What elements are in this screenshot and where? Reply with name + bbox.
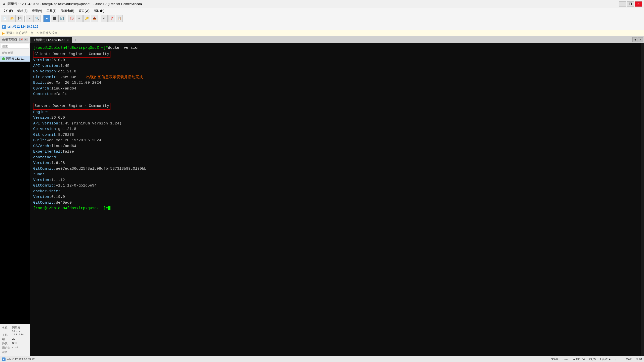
term-line-final-prompt: [root@iZbp1c8m4fd8sxirpxq0sqZ ~]# xyxy=(33,206,638,211)
menu-tabs[interactable]: 选项卡(B) xyxy=(59,8,76,14)
term-line-containerd-ver: Version: 1.6.28 xyxy=(33,160,638,166)
toolbar-cmd-btn[interactable]: ⌨ xyxy=(76,15,83,22)
term-val-server-api: 1.45 (minimum version 1.24) xyxy=(60,121,122,127)
status-left: ▶ ssh://112.124.10.63:22 xyxy=(2,357,35,361)
session-info-row-host: 主机 112.124.... xyxy=(2,333,28,337)
term-line-containerd-git: GitCommit: ae07eda36dd25f8a1b98dfbf58731… xyxy=(33,166,638,172)
term-key-experimental: Experimental: xyxy=(33,149,63,155)
sidebar-item-aliyun[interactable]: 阿里云 112.124.10.63 xyxy=(0,56,30,62)
terminal-scrollbar[interactable] xyxy=(641,43,644,356)
term-line-docker-init: docker-init: xyxy=(33,189,638,195)
term-val-experimental: false xyxy=(63,149,74,155)
toolbar-sep-2 xyxy=(42,16,42,22)
term-val-containerd-git: ae07eda36dd25f8a1b98dfbf587313b99c0190bb xyxy=(56,166,146,172)
tab-aliyun[interactable]: 1 阿里云 112.124.10.63 ✕ xyxy=(30,37,72,43)
term-blank-1 xyxy=(33,97,638,103)
session-info-row-user: 用户名 root xyxy=(2,346,28,350)
sidebar-section-label: 所有会话 xyxy=(2,51,13,54)
toolbar-sep-1 xyxy=(24,16,25,22)
term-key-containerd-git: GitCommit: xyxy=(33,166,56,172)
session-info-row-port: 端口 22 xyxy=(2,337,28,341)
session-label-desc: 说明 xyxy=(2,350,11,354)
term-line-version: Version: 26.0.0 xyxy=(33,58,638,63)
toolbar-group-nav: ⬅ 🔍 xyxy=(26,15,41,22)
term-val-git: 2ae903e xyxy=(60,75,76,79)
term-key-os: OS/Arch: xyxy=(33,86,51,92)
toolbar-open-btn[interactable]: 📂 xyxy=(9,15,16,22)
menu-tools[interactable]: 工具(T) xyxy=(45,8,58,14)
term-val-init-git: de40ad0 xyxy=(56,200,72,206)
term-key-containerd-ver: Version: xyxy=(33,160,51,166)
sidebar-close-btn[interactable]: ✕ xyxy=(24,38,28,41)
term-line-server-git: Git commit: 8b79278 xyxy=(33,132,638,138)
term-key-server-go: Go version: xyxy=(33,126,58,132)
term-key-engine: Engine: xyxy=(33,110,49,115)
minimize-button[interactable]: — xyxy=(619,1,626,7)
toolbar-extra-btn[interactable]: 📋 xyxy=(116,15,123,22)
term-line-runc-ver: Version: 1.1.12 xyxy=(33,177,638,183)
sidebar-pin-btn[interactable]: 📌 xyxy=(19,38,23,41)
toolbar-help-btn[interactable]: ❓ xyxy=(108,15,115,22)
term-val-version: 26.0.0 xyxy=(51,58,65,63)
session-label-user: 用户名 xyxy=(2,346,11,350)
toolbar-back-btn[interactable]: ⬅ xyxy=(26,15,33,22)
title-bar-controls: — ❐ ✕ xyxy=(619,1,642,7)
app-icon: 🖥 xyxy=(2,2,6,6)
toolbar-search-btn[interactable]: 🔍 xyxy=(33,15,41,22)
status-icon: ▶ xyxy=(2,357,6,361)
term-line-api: API version: 1.45 xyxy=(33,63,638,69)
term-line-context: Context: default xyxy=(33,92,638,97)
session-value-protocol: SSH xyxy=(12,342,17,345)
term-line-init-git: GitCommit: de40ad0 xyxy=(33,200,638,206)
menu-edit[interactable]: 编辑(E) xyxy=(15,8,29,14)
toolbar-save-btn[interactable]: 💾 xyxy=(16,15,23,22)
status-num: NUM xyxy=(636,358,642,361)
term-key-init-ver: Version: xyxy=(33,194,51,200)
toolbar-stop-btn[interactable]: 🚫 xyxy=(68,15,75,22)
toolbar-disconnect-btn[interactable]: ⬛ xyxy=(51,15,58,22)
sidebar-search-area xyxy=(0,43,30,50)
toolbar-connect-btn[interactable]: ▶ xyxy=(43,15,50,22)
toolbar-new-btn[interactable]: 📄 xyxy=(1,15,8,22)
sidebar-search-input[interactable] xyxy=(1,44,29,49)
term-line-git: Git commit: 2ae903e 出现如图信息表示安装并启动完成 xyxy=(33,75,638,80)
main-area: 会话管理器 📌 ✕ 所有会话 阿里云 112.124.10.63 名称 阿里云 xyxy=(0,36,644,356)
tab-nav-right[interactable]: ▶ xyxy=(638,37,643,42)
term-line-init-ver: Version: 0.19.0 xyxy=(33,194,638,200)
sidebar-container: 会话管理器 📌 ✕ 所有会话 阿里云 112.124.10.63 名称 阿里云 xyxy=(0,36,30,356)
menu-file[interactable]: 文件(F) xyxy=(1,8,15,14)
term-val-go: go1.21.8 xyxy=(58,69,76,75)
tab-close-aliyun[interactable]: ✕ xyxy=(67,39,69,41)
close-button[interactable]: ✕ xyxy=(635,1,642,7)
toolbar-reconnect-btn[interactable]: 🔄 xyxy=(58,15,65,22)
tab-label-aliyun: 1 阿里云 112.124.10.63 xyxy=(33,38,65,42)
info-icon: ▶ xyxy=(2,31,5,35)
term-line-built: Built: Wed Mar 20 15:21:09 2024 xyxy=(33,80,638,86)
term-key-runc: runc: xyxy=(33,172,45,177)
term-val-server-version: 26.0.0 xyxy=(51,115,65,121)
term-key-docker-init: docker-init: xyxy=(33,189,60,195)
term-line-server-built: Built: Wed Mar 20 15:20:06 2024 xyxy=(33,138,638,144)
term-line-server-api: API version: 1.45 (minimum version 1.24) xyxy=(33,121,638,127)
restore-button[interactable]: ❐ xyxy=(627,1,634,7)
status-sessions: 1 会话 ▲ xyxy=(600,357,611,361)
term-line-experimental: Experimental: false xyxy=(33,149,638,155)
term-val-server-built: Wed Mar 20 15:20:06 2024 xyxy=(47,138,101,144)
term-line-server-os: OS/Arch: linux/amd64 xyxy=(33,144,638,149)
terminal-body[interactable]: [root@iZbp1c8m4fd8sxirpxq0sqZ ~]# docker… xyxy=(30,43,641,356)
term-key-context: Context: xyxy=(33,92,51,97)
menu-help[interactable]: 帮助(H) xyxy=(92,8,106,14)
menu-view[interactable]: 查看(V) xyxy=(30,8,44,14)
term-line-server-version: Version: 26.0.0 xyxy=(33,115,638,121)
term-client-header: Client: Docker Engine - Community xyxy=(33,51,110,58)
status-address: ssh://112.124.10.63:22 xyxy=(7,358,35,361)
tab-add-button[interactable]: + xyxy=(73,37,78,43)
toolbar-key-btn[interactable]: 🔑 xyxy=(83,15,90,22)
status-dimensions: ■ 135x34 xyxy=(573,358,585,361)
toolbar-settings-btn[interactable]: ⚙ xyxy=(101,15,108,22)
menu-window[interactable]: 窗口(W) xyxy=(77,8,92,14)
tab-nav-left[interactable]: ◀ xyxy=(632,37,637,42)
toolbar-transfer-btn[interactable]: 📤 xyxy=(91,15,98,22)
session-value-name: 阿里云 11... xyxy=(12,326,28,333)
session-label-protocol: 协议 xyxy=(2,342,11,345)
